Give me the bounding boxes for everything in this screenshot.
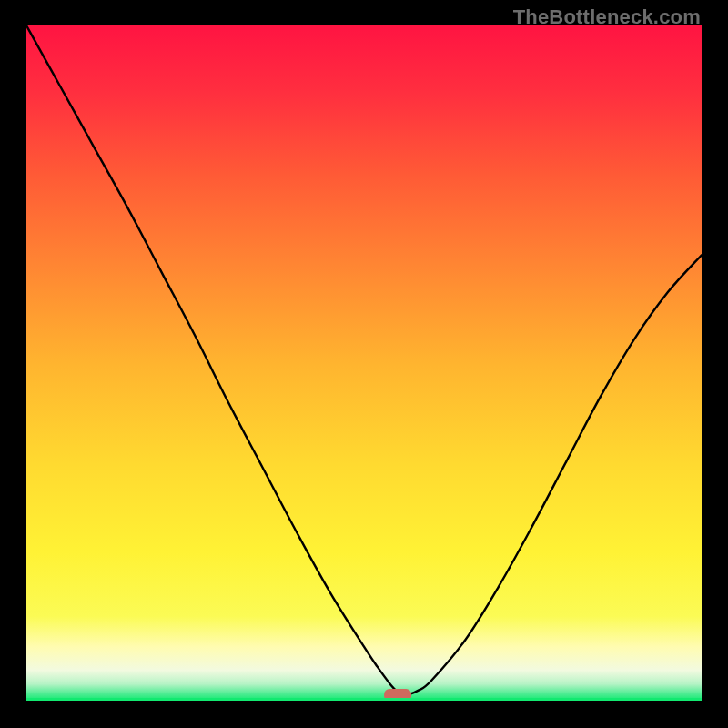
curve-layer [26,25,702,701]
chart-frame: TheBottleneck.com [0,0,728,728]
bottleneck-curve [26,25,702,695]
plot-area [26,25,702,701]
